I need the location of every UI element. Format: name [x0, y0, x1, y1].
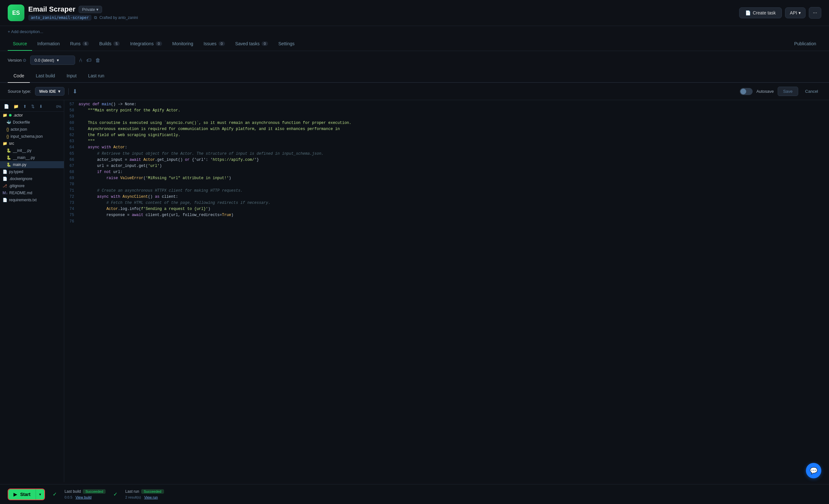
- new-file-icon[interactable]: 📄: [3, 103, 10, 109]
- header-title-row: Email Scraper Private ▾: [28, 5, 138, 13]
- tab-integrations[interactable]: Integrations 0: [125, 37, 167, 51]
- sub-tab-input[interactable]: Input: [61, 69, 82, 83]
- file-item-dockerfile[interactable]: 🐳 Dockerfile: [0, 119, 64, 126]
- file-item-py-typed[interactable]: 📄 py.typed: [0, 168, 64, 175]
- file-item-requirements[interactable]: 📄 requirements.txt: [0, 196, 64, 204]
- autosave-toggle[interactable]: [740, 88, 753, 95]
- chat-fab-button[interactable]: 💬: [806, 463, 821, 478]
- file-icon: 📄: [3, 177, 7, 181]
- tab-builds[interactable]: Builds 5: [94, 37, 125, 51]
- file-item-gitignore[interactable]: ⎇ .gitignore: [0, 182, 64, 189]
- issues-badge: 0: [219, 41, 225, 46]
- branch-icon[interactable]: ⑃: [79, 57, 82, 64]
- version-select[interactable]: 0.0 (latest) ▾: [30, 56, 75, 65]
- git-icon: ⎇: [3, 184, 7, 188]
- start-caret-icon: ▾: [39, 492, 41, 497]
- cancel-button[interactable]: Cancel: [802, 87, 821, 96]
- file-item-actor-folder[interactable]: 📁 .actor: [0, 112, 64, 119]
- code-line-63: 63 """: [64, 138, 829, 144]
- save-button[interactable]: Save: [778, 87, 798, 96]
- code-line-74: 74 Actor.log.info(f'Sending a request to…: [64, 206, 829, 212]
- more-button[interactable]: ···: [809, 7, 821, 19]
- file-item-src-folder[interactable]: 📁 src: [0, 140, 64, 147]
- json-icon: {}: [6, 127, 9, 132]
- sub-tab-last-build-label: Last build: [36, 73, 55, 78]
- tab-issues[interactable]: Issues 0: [199, 37, 230, 51]
- tab-information[interactable]: Information: [32, 37, 65, 51]
- version-help-icon[interactable]: ⊙: [23, 58, 26, 63]
- version-bar: Version ⊙ 0.0 (latest) ▾ ⑃ 🏷 🗑: [0, 51, 829, 69]
- code-line-71: 71 # Create an asynchronous HTTPX client…: [64, 188, 829, 194]
- tab-builds-label: Builds: [99, 41, 111, 46]
- download-icon[interactable]: ⬇: [73, 88, 77, 95]
- tab-settings[interactable]: Settings: [273, 37, 300, 51]
- code-line-64: 64 async with Actor:: [64, 144, 829, 150]
- last-build-section: Last build Succeeded 0.0.5 View build: [65, 489, 106, 500]
- tab-issues-label: Issues: [204, 41, 216, 46]
- header: ES Email Scraper Private ▾ anto_zanini/e…: [0, 0, 829, 26]
- source-type-selector[interactable]: Web IDE ▾: [35, 87, 65, 96]
- app-logo: ES: [8, 4, 24, 21]
- start-dropdown-button[interactable]: ▾: [36, 489, 44, 500]
- tab-monitoring-label: Monitoring: [172, 41, 193, 46]
- file-name: Dockerfile: [13, 120, 30, 124]
- file-item-actor-json[interactable]: {} actor.json: [0, 126, 64, 133]
- tab-saved-tasks[interactable]: Saved tasks 0: [230, 37, 273, 51]
- code-editor[interactable]: 57async def main() -> None: 58 """Main e…: [64, 100, 829, 482]
- file-item-init[interactable]: 🐍 __init__.py: [0, 147, 64, 154]
- sub-tab-code-label: Code: [13, 73, 24, 78]
- delete-icon[interactable]: 🗑: [95, 58, 101, 63]
- file-item-main-module[interactable]: 🐍 __main__.py: [0, 154, 64, 161]
- tab-publication[interactable]: Publication: [789, 37, 822, 51]
- last-run-results: 2 result(s): [125, 495, 141, 499]
- collapse-icon[interactable]: ⇅: [30, 103, 36, 109]
- code-line-60: 60 This coroutine is executed using `asy…: [64, 120, 829, 126]
- saved-tasks-badge: 0: [261, 41, 268, 46]
- last-run-status-badge: Succeeded: [141, 489, 164, 494]
- tab-monitoring[interactable]: Monitoring: [167, 37, 199, 51]
- app-title: Email Scraper: [28, 5, 75, 13]
- file-tree: 📄 📁 ⬆ ⇅ ⬇ 0% 📁 .actor 🐳 Dockerfile {} ac…: [0, 100, 64, 482]
- last-build-version: 0.0.5: [65, 495, 72, 499]
- view-run-link[interactable]: View run: [144, 495, 158, 499]
- new-folder-icon[interactable]: 📁: [12, 103, 20, 109]
- start-btn-group: ▶ Start ▾: [8, 489, 45, 500]
- txt-icon: 📄: [3, 198, 7, 202]
- code-line-67: 67 url = actor_input.get('url'): [64, 163, 829, 169]
- source-type-bar: Source type: Web IDE ▾ ⬇ Autosave Save C…: [0, 83, 829, 100]
- code-line-65: 65 # Retrieve the input object for the A…: [64, 151, 829, 157]
- py-icon: 🐍: [6, 163, 11, 167]
- folder-icon: 📁: [3, 141, 7, 146]
- create-task-button[interactable]: 📄 Create task: [739, 7, 782, 18]
- sub-tab-code[interactable]: Code: [8, 69, 30, 83]
- file-item-main-py[interactable]: 🐍 main.py: [0, 161, 64, 168]
- repo-badge: anto_zanini/email-scraper: [28, 15, 92, 21]
- view-build-link[interactable]: View build: [75, 495, 92, 499]
- code-line-58: 58 """Main entry point for the Apify Act…: [64, 108, 829, 114]
- source-type-chevron-icon: ▾: [58, 89, 60, 94]
- download-tree-icon[interactable]: ⬇: [38, 103, 44, 109]
- api-button[interactable]: API ▾: [785, 7, 805, 18]
- copy-icon[interactable]: ⧉: [94, 15, 97, 20]
- status-bar: ▶ Start ▾ ✓ Last build Succeeded 0.0.5 V…: [0, 484, 829, 504]
- tab-runs[interactable]: Runs 6: [65, 37, 94, 51]
- version-value: 0.0 (latest): [34, 58, 54, 63]
- tag-icon[interactable]: 🏷: [86, 58, 92, 63]
- tab-runs-label: Runs: [70, 41, 80, 46]
- create-task-label: Create task: [753, 10, 776, 15]
- code-line-62: 62 the field of web scraping significant…: [64, 132, 829, 138]
- file-item-input-schema[interactable]: {} input_schema.json: [0, 133, 64, 140]
- tab-source[interactable]: Source: [8, 37, 32, 51]
- add-description[interactable]: + Add description...: [0, 26, 829, 37]
- file-item-readme[interactable]: M↓ README.md: [0, 189, 64, 196]
- file-item-dockerignore[interactable]: 📄 .dockerignore: [0, 175, 64, 182]
- sub-tab-last-build[interactable]: Last build: [30, 69, 61, 83]
- visibility-badge[interactable]: Private ▾: [79, 6, 102, 13]
- start-button[interactable]: ▶ Start: [8, 489, 36, 500]
- last-build-label: Last build: [65, 489, 81, 494]
- folder-icon: 📁: [3, 113, 7, 117]
- upload-icon[interactable]: ⬆: [22, 103, 28, 109]
- sub-tab-last-run[interactable]: Last run: [82, 69, 110, 83]
- header-subtitle-row: anto_zanini/email-scraper ⧉ Crafted by a…: [28, 15, 138, 21]
- folder-dot: [9, 114, 11, 116]
